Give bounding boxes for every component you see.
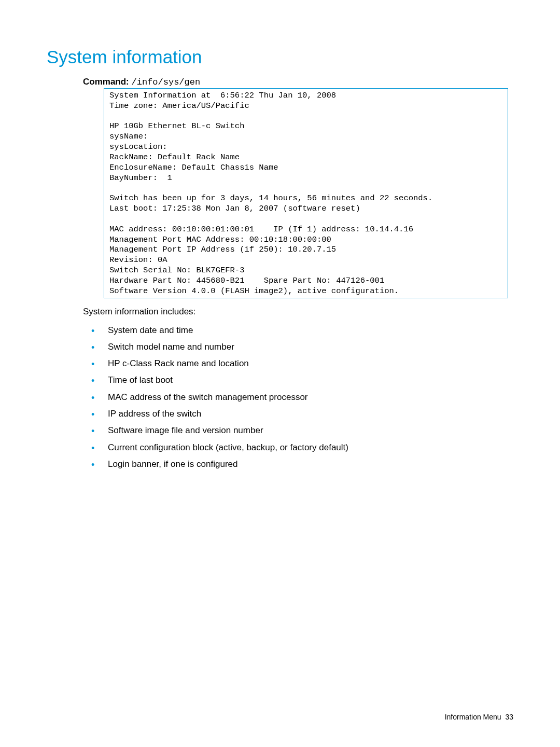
list-item: Switch model name and number bbox=[108, 339, 513, 355]
list-item: IP address of the switch bbox=[108, 406, 513, 422]
list-item: Login banner, if one is configured bbox=[108, 456, 513, 473]
command-output-box: System Information at 6:56:22 Thu Jan 10… bbox=[104, 88, 508, 298]
list-item: HP c-Class Rack name and location bbox=[108, 355, 513, 372]
command-label: Command: bbox=[83, 77, 129, 87]
page: System information Command: /info/sys/ge… bbox=[0, 0, 560, 747]
command-line: Command: /info/sys/gen bbox=[83, 77, 513, 87]
list-item: Software image file and version number bbox=[108, 422, 513, 439]
page-title: System information bbox=[47, 47, 513, 67]
list-item: Time of last boot bbox=[108, 372, 513, 389]
list-item: MAC address of the switch management pro… bbox=[108, 389, 513, 406]
footer-page-number: 33 bbox=[505, 713, 513, 721]
intro-text: System information includes: bbox=[83, 307, 513, 317]
page-footer: Information Menu 33 bbox=[445, 713, 513, 721]
command-text: /info/sys/gen bbox=[132, 77, 201, 87]
list-item: Current configuration block (active, bac… bbox=[108, 439, 513, 456]
bullet-list: System date and timeSwitch model name an… bbox=[83, 322, 513, 473]
list-item: System date and time bbox=[108, 322, 513, 339]
footer-section: Information Menu bbox=[445, 713, 501, 721]
